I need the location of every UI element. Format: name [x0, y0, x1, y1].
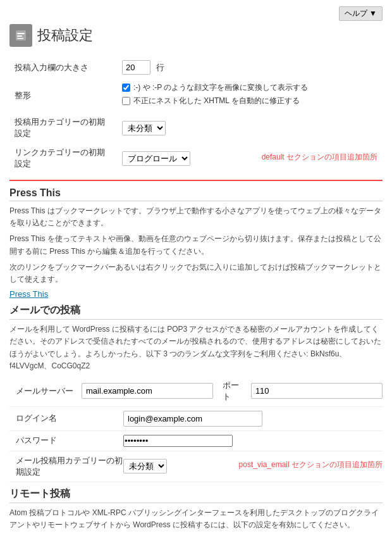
mail-server-label: メールサーバー	[9, 385, 82, 397]
press-this-divider	[9, 180, 383, 181]
port-input[interactable]	[251, 383, 383, 399]
remote-post-heading: リモート投稿	[9, 487, 383, 503]
formatting-option1-row: :-) や :-P のような顔文字を画像に変換して表示する	[122, 82, 377, 93]
mail-server-input[interactable]	[82, 383, 213, 399]
password-input[interactable]	[123, 435, 233, 447]
mail-post-heading: メールでの投稿	[9, 304, 383, 320]
mail-server-value: ポート	[82, 380, 383, 403]
login-input[interactable]	[123, 411, 262, 427]
formatting-option2-label: 不正にネスト化した XHTML を自動的に修正する	[133, 96, 300, 106]
mail-category-label: メール投稿用カテゴリーの初期設定	[9, 455, 123, 478]
link-category-row: リンクカテゴリーの初期設定 ブログロール default セクションの項目追加箇…	[9, 143, 383, 173]
default-section-label: default セクションの項目追加箇所	[262, 152, 377, 165]
link-category-label: リンクカテゴリーの初期設定	[9, 143, 117, 173]
mail-category-row: メール投稿用カテゴリーの初期設定 未分類 post_via_email セクショ…	[9, 451, 383, 482]
password-value	[123, 435, 383, 447]
svg-rect-1	[17, 33, 25, 34]
password-label: パスワード	[9, 435, 123, 446]
svg-rect-3	[17, 38, 23, 39]
post-size-input[interactable]	[122, 60, 150, 75]
default-category-label: 投稿用カテゴリーの初期設定	[9, 113, 117, 143]
formatting-option2-row: 不正にネスト化した XHTML を自動的に修正する	[122, 96, 377, 106]
atom-row: Atom 投稿プロトコル Atom 投稿プロトコルを有効にする。	[9, 535, 383, 538]
formatting-checkbox2[interactable]	[122, 97, 130, 105]
page-icon	[9, 24, 32, 47]
page-heading: 投稿設定	[37, 26, 93, 45]
post-size-value-cell: 行	[117, 56, 383, 78]
default-category-value: 未分類	[117, 113, 383, 143]
default-category-row: 投稿用カテゴリーの初期設定 未分類	[9, 113, 383, 143]
svg-rect-2	[17, 35, 22, 37]
press-this-desc3: 次のリンクをブックマークバーあるいは右クリックでお気に入りに追加しておけば投稿ブ…	[9, 261, 383, 285]
login-row: ログイン名	[9, 407, 383, 431]
password-row: パスワード	[9, 431, 383, 451]
default-category-select[interactable]: 未分類	[122, 121, 166, 135]
formatting-label: 整形	[9, 78, 117, 113]
post-size-row: 投稿入力欄の大きさ 行	[9, 56, 383, 78]
link-category-value-cell: ブログロール default セクションの項目追加箇所	[117, 143, 383, 173]
post-via-email-section-label: post_via_email セクションの項目追加箇所	[239, 460, 383, 473]
press-this-desc1: Press This はブックマークレットです。ブラウザ上で動作する小さなアプリ…	[9, 205, 383, 229]
mail-category-value: 未分類 post_via_email セクションの項目追加箇所	[123, 459, 383, 473]
login-label: ログイン名	[9, 413, 123, 424]
page-title-area: 投稿設定	[9, 24, 383, 47]
port-label: ポート	[223, 380, 246, 403]
post-size-unit: 行	[156, 63, 164, 72]
mail-post-desc: メールを利用して WordPress に投稿するには POP3 アクセスができる…	[9, 323, 383, 372]
remote-post-desc: Atom 投稿プロトコルや XML-RPC パブリッシングインターフェースを利用…	[9, 507, 383, 531]
mail-category-select[interactable]: 未分類	[123, 459, 167, 473]
formatting-option1-label: :-) や :-P のような顔文字を画像に変換して表示する	[133, 82, 308, 93]
press-this-link[interactable]: Press This	[9, 289, 48, 299]
link-category-select[interactable]: ブログロール	[122, 151, 190, 166]
post-size-label: 投稿入力欄の大きさ	[9, 56, 117, 78]
help-button[interactable]: ヘルプ ▼	[339, 6, 383, 21]
formatting-options: :-) や :-P のような顔文字を画像に変換して表示する 不正にネスト化した …	[117, 78, 383, 113]
default-settings-table: 投稿入力欄の大きさ 行 整形 :-) や :-P のような顔文字を画像に変換して…	[9, 56, 383, 173]
login-value	[123, 411, 383, 427]
press-this-heading: Press This	[9, 187, 383, 201]
formatting-checkbox1[interactable]	[122, 84, 130, 92]
mail-server-row: メールサーバー ポート	[9, 376, 383, 407]
press-this-desc2: Press This を使ってテキストや画像、動画を任意のウェブページから切り抜…	[9, 233, 383, 257]
formatting-row: 整形 :-) や :-P のような顔文字を画像に変換して表示する 不正にネスト化…	[9, 78, 383, 113]
